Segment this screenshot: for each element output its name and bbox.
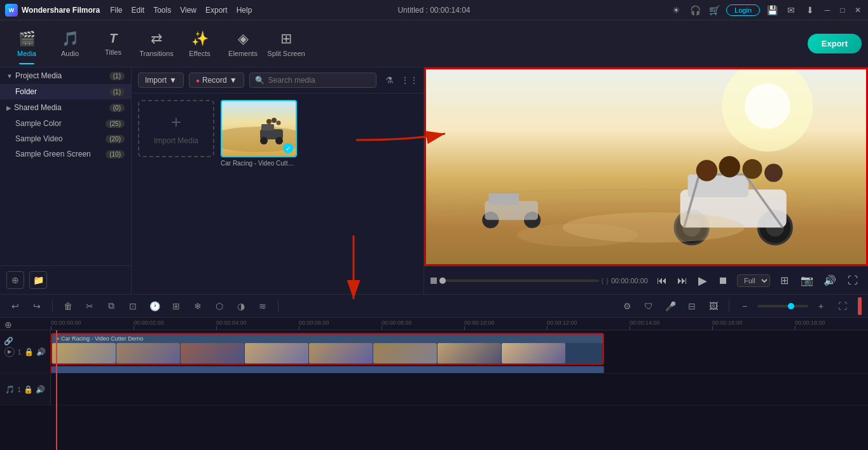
frame-7: [437, 343, 501, 363]
sample-green-screen-item[interactable]: Sample Green Screen (10): [0, 146, 131, 162]
speed-button[interactable]: 🕐: [146, 297, 163, 315]
sample-green-screen-count: (10): [106, 150, 125, 158]
tool-audio-label: Audio: [61, 50, 79, 57]
import-button[interactable]: Import ▼: [138, 73, 184, 88]
track-lock-icon-2[interactable]: 🔒: [24, 385, 33, 394]
playhead[interactable]: [56, 330, 57, 450]
edit-toolbar-right: ⚙ 🛡 🎤 ⊟ 🖼 − + ⛶: [618, 297, 862, 315]
progress-dot[interactable]: [431, 278, 437, 284]
filter-icon[interactable]: ⚗: [382, 73, 397, 88]
tool-titles[interactable]: T Titles: [93, 24, 134, 64]
track-vol-icon-2[interactable]: 🔊: [36, 385, 45, 394]
brightness-icon[interactable]: ☀: [669, 3, 683, 17]
link-button[interactable]: 🔗: [1, 334, 15, 348]
tool-effects[interactable]: ✨ Effects: [179, 24, 220, 64]
transform-button[interactable]: ⬡: [210, 297, 228, 315]
cut-button[interactable]: ✂: [81, 297, 99, 315]
media-item-car-racing[interactable]: ✓ Car Racing - Video Cutter Dem...: [221, 100, 297, 167]
audio-adjust-button[interactable]: ≋: [254, 297, 272, 315]
tool-elements[interactable]: ◈ Elements: [223, 24, 263, 64]
fullscreen-timeline-button[interactable]: ⛶: [834, 297, 851, 315]
toolbar: 🎬 Media 🎵 Audio T Titles ⇄ Transitions ✨…: [0, 20, 868, 67]
fullscreen-preview-icon[interactable]: ⛶: [844, 272, 862, 290]
track-lock-icon-1[interactable]: 🔒: [24, 348, 34, 356]
add-to-timeline-icon[interactable]: ⊞: [775, 272, 793, 290]
video-clip-frames: [52, 343, 603, 363]
layout-button[interactable]: ⊟: [683, 297, 701, 315]
undo-button[interactable]: ↩: [6, 297, 24, 315]
ruler-marks: 00:00:00:00 00:00:02:00 00:00:04:00 00:0…: [51, 320, 868, 330]
project-media-arrow: ▼: [6, 73, 13, 80]
audio-preview-icon[interactable]: 🔊: [821, 272, 839, 290]
preview-controls: { } 00:00:00:00 ⏮ ⏭ ▶ ⏹ Full ⊞ 📷 🔊 ⛶: [424, 266, 868, 294]
tool-media[interactable]: 🎬 Media: [6, 24, 47, 64]
maximize-button[interactable]: □: [837, 5, 848, 15]
settings-button[interactable]: ⚙: [618, 297, 636, 315]
tool-split-screen[interactable]: ⊞ Split Screen: [266, 24, 307, 64]
search-icon: 🔍: [255, 76, 265, 85]
headphone-icon[interactable]: 🎧: [688, 3, 702, 17]
tool-audio[interactable]: 🎵 Audio: [50, 24, 90, 64]
edit-toolbar: ↩ ↪ 🗑 ✂ ⧉ ⊡ 🕐 ⊞ ❄ ⬡ ◑ ≋ ⚙ 🛡 🎤 ⊟ 🖼 − +: [0, 295, 868, 318]
vol-down-button[interactable]: −: [736, 297, 754, 315]
elements-icon: ◈: [238, 31, 249, 47]
copy-button[interactable]: ⧉: [102, 297, 120, 315]
color-button[interactable]: ◑: [232, 297, 250, 315]
import-folder-button[interactable]: 📁: [29, 271, 47, 289]
ruler-mark-0: 00:00:00:00: [51, 320, 134, 330]
delete-button[interactable]: 🗑: [59, 297, 77, 315]
svg-point-23: [743, 159, 762, 179]
mic-button[interactable]: 🎤: [661, 297, 679, 315]
record-button[interactable]: ● Record ▼: [189, 73, 244, 88]
menu-help[interactable]: Help: [237, 6, 252, 15]
zoom-fit-button[interactable]: ⊡: [124, 297, 142, 315]
svg-point-3: [260, 137, 268, 144]
menu-edit[interactable]: Edit: [131, 6, 144, 15]
add-track-button[interactable]: ⊕: [1, 318, 15, 332]
progress-handle[interactable]: [439, 278, 446, 284]
shared-media-header[interactable]: ▶ Shared Media (0): [0, 99, 131, 116]
minimize-button[interactable]: ─: [822, 5, 832, 15]
search-box: 🔍: [249, 73, 376, 88]
sample-color-item[interactable]: Sample Color (25): [0, 116, 131, 131]
prev-button[interactable]: ⏭: [673, 272, 691, 290]
zoom-slider[interactable]: [757, 305, 808, 307]
audio-clip-1[interactable]: [51, 366, 604, 373]
import-media-placeholder[interactable]: + Import Media: [138, 100, 214, 157]
zoom-select[interactable]: Full: [737, 274, 770, 287]
download-icon[interactable]: ⬇: [803, 3, 817, 17]
tool-transitions[interactable]: ⇄ Transitions: [136, 24, 177, 64]
grid-icon[interactable]: ⋮⋮: [402, 73, 417, 88]
stop-button[interactable]: ⏹: [714, 272, 732, 290]
sample-video-item[interactable]: Sample Video (20): [0, 131, 131, 146]
timeline-marker-strip: [858, 297, 862, 315]
prev-frame-button[interactable]: ⏮: [653, 272, 671, 290]
menu-export[interactable]: Export: [205, 6, 228, 15]
export-button[interactable]: Export: [808, 34, 862, 53]
menu-tools[interactable]: Tools: [153, 6, 171, 15]
preview-progress-bar[interactable]: [439, 279, 599, 282]
vol-up-button[interactable]: +: [812, 297, 830, 315]
add-folder-button[interactable]: ⊕: [6, 271, 24, 289]
ruler-mark-4: 00:00:08:00: [382, 320, 464, 330]
menu-file[interactable]: File: [110, 6, 122, 15]
menu-view[interactable]: View: [180, 6, 196, 15]
login-button[interactable]: Login: [726, 4, 760, 16]
save-icon[interactable]: 💾: [765, 3, 779, 17]
project-media-header[interactable]: ▼ Project Media (1): [0, 67, 131, 84]
redo-button[interactable]: ↪: [28, 297, 46, 315]
svg-point-21: [696, 160, 717, 181]
folder-item[interactable]: Folder (1): [0, 84, 131, 99]
video-clip-1[interactable]: ● Car Racing - Video Cutter Demo: [51, 333, 604, 365]
track-vol-icon-1[interactable]: 🔊: [36, 348, 46, 356]
play-button[interactable]: ▶: [694, 272, 712, 290]
shield-button[interactable]: 🛡: [640, 297, 658, 315]
screenshot-icon[interactable]: 📷: [798, 272, 816, 290]
email-icon[interactable]: ✉: [784, 3, 798, 17]
freeze-button[interactable]: ❄: [189, 297, 207, 315]
screenshot-timeline-icon[interactable]: 🖼: [705, 297, 722, 315]
close-button[interactable]: ✕: [853, 5, 863, 15]
cart-icon[interactable]: 🛒: [707, 3, 721, 17]
search-input[interactable]: [268, 76, 371, 85]
crop-button[interactable]: ⊞: [167, 297, 185, 315]
